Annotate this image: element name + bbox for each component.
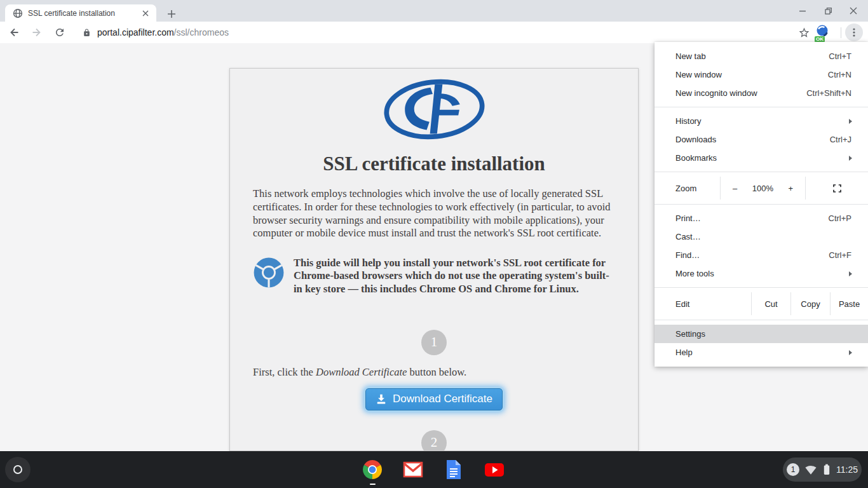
minimize-button[interactable] — [794, 3, 811, 19]
guide-text: This guide will help you install your ne… — [294, 257, 615, 295]
zoom-in-button[interactable]: + — [788, 184, 793, 193]
zoom-out-button[interactable]: – — [733, 184, 737, 193]
step-1-text-emphasis: Download Certificate — [316, 366, 407, 378]
menu-item-cast[interactable]: Cast… — [654, 227, 868, 246]
menu-label: New window — [675, 70, 828, 79]
menu-shortcut: Ctrl+N — [828, 70, 868, 79]
url-text: portal.cipafilter.com/ssl/chromeos — [97, 27, 229, 37]
reload-button[interactable] — [51, 24, 69, 41]
menu-label: Downloads — [675, 135, 830, 144]
bookmark-star-icon[interactable] — [798, 27, 810, 39]
chrome-menu: New tab Ctrl+T New window Ctrl+N New inc… — [654, 42, 868, 367]
menu-item-help[interactable]: Help — [654, 343, 868, 362]
zoom-level: 100% — [752, 184, 773, 193]
restore-icon — [824, 7, 832, 15]
system-tray[interactable]: 1 11:25 — [783, 458, 862, 482]
menu-item-settings[interactable]: Settings — [654, 325, 868, 343]
minimize-icon — [799, 7, 806, 15]
lock-icon — [83, 29, 91, 37]
menu-label: More tools — [675, 269, 849, 278]
menu-item-history[interactable]: History — [654, 112, 868, 130]
gmail-app-icon[interactable] — [403, 459, 423, 480]
tab-strip: SSL certificate installation — [0, 0, 868, 22]
chrome-app-icon[interactable] — [362, 459, 383, 480]
step-1-number: 1 — [431, 334, 438, 350]
menu-item-new-incognito-window[interactable]: New incognito window Ctrl+Shift+N — [654, 84, 868, 102]
cipafilter-logo — [376, 79, 493, 140]
menu-item-more-tools[interactable]: More tools — [654, 264, 868, 283]
plus-icon — [168, 10, 175, 18]
forward-button[interactable] — [28, 24, 46, 41]
menu-label: Cast… — [675, 232, 868, 241]
submenu-arrow-icon — [849, 156, 852, 161]
menu-item-cut[interactable]: Cut — [752, 292, 790, 315]
menu-label: Settings — [675, 329, 868, 339]
shelf: 1 11:25 — [0, 451, 868, 488]
menu-separator — [654, 287, 868, 288]
step-1-text-suffix: button below. — [407, 366, 466, 378]
close-icon — [850, 7, 857, 15]
step-1-badge: 1 — [421, 330, 447, 355]
menu-item-new-tab[interactable]: New tab Ctrl+T — [654, 47, 868, 65]
page-title: SSL certificate installation — [253, 152, 615, 175]
fullscreen-button[interactable] — [806, 177, 868, 200]
menu-item-bookmarks[interactable]: Bookmarks — [654, 149, 868, 167]
tab-title: SSL certificate installation — [28, 9, 140, 18]
submenu-arrow-icon — [849, 350, 852, 355]
submenu-arrow-icon — [849, 119, 852, 124]
toolbar-divider — [841, 27, 841, 38]
back-arrow-icon — [8, 27, 20, 38]
download-certificate-button[interactable]: Download Certificate — [365, 388, 503, 410]
close-window-button[interactable] — [845, 3, 862, 19]
browser-toolbar: portal.cipafilter.com/ssl/chromeos OK — [0, 22, 868, 43]
menu-separator — [654, 320, 868, 320]
menu-label: Bookmarks — [675, 153, 849, 163]
menu-shortcut: Ctrl+P — [829, 214, 868, 223]
menu-shortcut: Ctrl+J — [830, 135, 868, 144]
menu-item-downloads[interactable]: Downloads Ctrl+J — [654, 130, 868, 149]
menu-shortcut: Ctrl+F — [829, 250, 868, 260]
launcher-button[interactable] — [5, 457, 31, 482]
clock: 11:25 — [836, 464, 858, 475]
menu-shortcut: Ctrl+Shift+N — [806, 88, 868, 98]
youtube-app-icon[interactable] — [484, 459, 505, 480]
menu-separator — [654, 204, 868, 205]
menu-label: New incognito window — [675, 88, 806, 98]
new-tab-button[interactable] — [164, 6, 179, 22]
menu-label: Find… — [675, 250, 829, 260]
menu-zoom-row: Zoom – 100% + — [654, 177, 868, 200]
submenu-arrow-icon — [849, 271, 852, 276]
menu-item-find[interactable]: Find… Ctrl+F — [654, 246, 868, 264]
menu-item-copy[interactable]: Copy — [791, 292, 830, 315]
restore-button[interactable] — [820, 3, 836, 19]
forward-arrow-icon — [31, 27, 43, 38]
step-2-badge: 2 — [421, 430, 447, 451]
download-icon — [376, 393, 387, 405]
docs-app-icon[interactable] — [444, 459, 464, 480]
chrome-active-indicator — [370, 484, 376, 485]
guide-row: This guide will help you install your ne… — [253, 257, 615, 295]
back-button[interactable] — [5, 24, 23, 41]
battery-icon — [822, 463, 831, 476]
chromium-icon — [253, 257, 285, 288]
menu-item-new-window[interactable]: New window Ctrl+N — [654, 65, 868, 84]
globe-favicon — [13, 8, 23, 18]
intro-paragraph: This network employs technologies which … — [253, 187, 615, 240]
fullscreen-icon — [833, 184, 841, 193]
menu-label: New tab — [675, 51, 829, 61]
menu-separator — [654, 107, 868, 107]
menu-item-paste[interactable]: Paste — [831, 292, 868, 315]
content-card: SSL certificate installation This networ… — [229, 68, 639, 451]
browser-tab[interactable]: SSL certificate installation — [5, 4, 156, 22]
browser-menu-button[interactable] — [845, 24, 863, 41]
screen: SSL certificate installation — [0, 0, 868, 488]
menu-edit-row: Edit Cut Copy Paste — [654, 292, 868, 315]
tab-close-icon[interactable] — [140, 8, 151, 19]
address-bar[interactable]: portal.cipafilter.com/ssl/chromeos — [76, 24, 792, 41]
menu-label: Print… — [675, 214, 829, 223]
reload-icon — [54, 27, 65, 38]
step-1-instruction: First, click the Download Certificate bu… — [253, 366, 615, 379]
extension-button[interactable]: OK — [815, 24, 832, 41]
menu-item-print[interactable]: Print… Ctrl+P — [654, 209, 868, 227]
zoom-label: Zoom — [654, 177, 720, 200]
